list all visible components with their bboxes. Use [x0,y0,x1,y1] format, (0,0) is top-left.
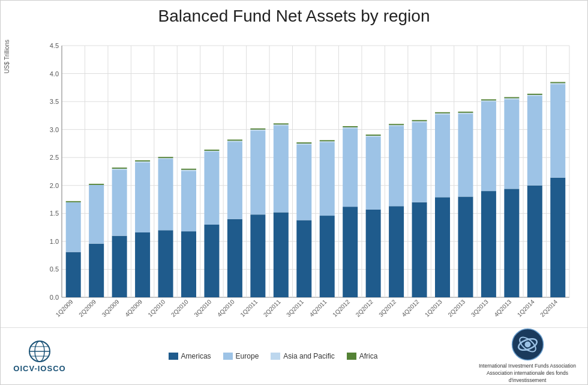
svg-rect-68 [181,170,196,171]
svg-text:1Q2013: 1Q2013 [424,298,443,318]
svg-text:2.5: 2.5 [50,154,59,161]
legend-item-americas: Americas [169,352,211,360]
svg-rect-76 [227,219,242,297]
svg-rect-136 [504,189,519,297]
legend-box-europe [223,353,233,360]
svg-rect-133 [481,100,496,102]
svg-rect-127 [458,114,473,197]
svg-text:1Q2009: 1Q2009 [55,298,74,318]
chart-container: Balanced Fund Net Assets by region US$ T… [0,0,588,385]
svg-text:3Q2012: 3Q2012 [377,298,397,318]
svg-rect-62 [158,159,173,230]
svg-rect-56 [135,232,150,297]
svg-text:0.0: 0.0 [50,294,59,301]
legend-label-africa: Africa [359,352,378,360]
svg-rect-137 [504,99,519,189]
svg-rect-134 [481,99,496,100]
svg-rect-73 [204,151,219,152]
svg-rect-101 [343,207,358,297]
chart-footer: OICV-IOSCO Americas Europe Asia and Paci… [1,327,587,384]
svg-rect-77 [227,142,242,219]
svg-rect-78 [227,141,242,142]
svg-text:1Q2011: 1Q2011 [239,298,259,318]
svg-rect-97 [320,142,335,216]
svg-text:1.5: 1.5 [50,210,59,217]
svg-rect-117 [412,123,427,202]
svg-rect-118 [412,121,427,123]
svg-rect-129 [458,112,473,113]
svg-text:1.0: 1.0 [50,238,59,245]
svg-rect-63 [158,158,173,159]
svg-rect-121 [435,197,450,297]
svg-rect-54 [112,168,127,169]
svg-rect-143 [527,95,542,96]
chart-area: 0.00.51.01.52.02.53.03.54.04.51Q20092Q20… [37,40,575,324]
iifa-logo-area: International Investment Funds Associati… [467,325,587,385]
svg-text:4.5: 4.5 [50,42,59,49]
svg-text:1Q2010: 1Q2010 [147,298,167,318]
svg-rect-93 [296,144,311,145]
globe-icon [28,340,51,363]
legend-label-asiapacific: Asia and Pacific [283,352,334,360]
legend-item-asiapacific: Asia and Pacific [271,352,334,360]
svg-rect-44 [66,202,81,252]
svg-rect-64 [158,157,173,158]
svg-rect-61 [158,230,173,297]
svg-rect-128 [458,113,473,114]
svg-text:2.0: 2.0 [50,182,59,189]
oicv-logo-area: OICV-IOSCO [1,337,79,376]
svg-rect-92 [296,145,311,220]
chart-title: Balanced Fund Net Assets by region [1,1,587,26]
svg-text:3Q2013: 3Q2013 [470,298,490,318]
svg-rect-96 [320,216,335,297]
svg-text:3Q2009: 3Q2009 [101,298,121,318]
svg-rect-51 [112,236,127,297]
svg-rect-79 [227,139,242,141]
svg-rect-104 [343,126,358,127]
oicv-text: OICV-IOSCO [13,364,65,373]
svg-rect-113 [389,125,404,126]
svg-rect-142 [527,96,542,186]
svg-rect-88 [274,124,289,126]
svg-rect-89 [274,123,289,124]
svg-text:2Q2010: 2Q2010 [170,298,190,318]
svg-rect-141 [527,186,542,297]
svg-rect-72 [204,152,219,225]
svg-rect-111 [389,206,404,297]
svg-rect-99 [320,140,335,141]
svg-rect-43 [66,252,81,297]
svg-rect-122 [435,115,450,198]
svg-rect-59 [135,160,150,162]
svg-rect-87 [274,126,289,212]
legend-box-africa [347,353,356,360]
svg-rect-109 [366,135,381,136]
svg-text:4.0: 4.0 [50,70,59,77]
svg-rect-58 [135,162,150,163]
svg-rect-124 [435,112,450,114]
svg-rect-107 [366,137,381,210]
y-axis-label: US$ Trillions [4,40,10,73]
svg-text:2Q2014: 2Q2014 [539,298,559,318]
svg-text:3Q2010: 3Q2010 [193,298,212,318]
chart-svg: 0.00.51.01.52.02.53.03.54.04.51Q20092Q20… [37,40,575,324]
iifa-line2: Association internationale des fonds d'i… [470,370,584,384]
svg-rect-116 [412,202,427,297]
svg-rect-49 [89,184,104,185]
svg-rect-114 [389,124,404,125]
svg-text:3.0: 3.0 [50,126,59,133]
svg-rect-147 [550,84,565,177]
legend-item-europe: Europe [223,352,259,360]
legend-item-africa: Africa [347,352,378,360]
legend: Americas Europe Asia and Pacific Africa [79,352,467,360]
svg-rect-106 [366,210,381,297]
svg-rect-98 [320,141,335,142]
svg-rect-108 [366,136,381,137]
svg-rect-146 [550,178,565,297]
svg-rect-86 [274,212,289,297]
svg-rect-94 [296,142,311,144]
svg-rect-82 [250,131,265,215]
svg-rect-149 [550,82,565,83]
svg-rect-138 [504,99,519,100]
svg-text:3.5: 3.5 [50,98,59,105]
svg-text:2Q2013: 2Q2013 [446,298,466,318]
